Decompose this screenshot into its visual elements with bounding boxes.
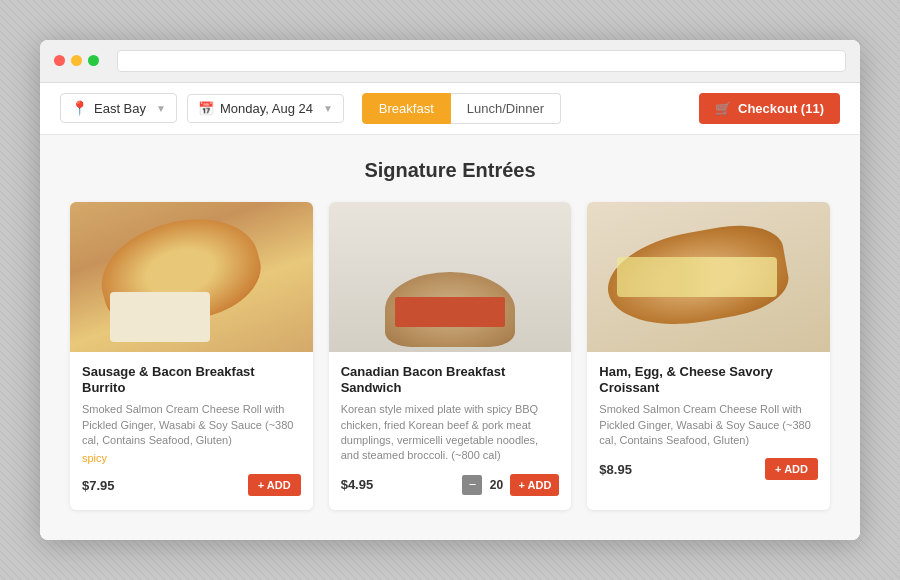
card-1: Sausage & Bacon Breakfast Burrito Smoked…: [70, 202, 313, 511]
section-title: Signature Entrées: [70, 159, 830, 182]
card-1-price: $7.95: [82, 478, 115, 493]
location-arrow-icon: ▼: [156, 103, 166, 114]
card-2-body: Canadian Bacon Breakfast Sandwich Korean…: [329, 352, 572, 510]
card-3-price: $8.95: [599, 462, 632, 477]
date-arrow-icon: ▼: [323, 103, 333, 114]
card-3-body: Ham, Egg, & Cheese Savory Croissant Smok…: [587, 352, 830, 495]
pin-icon: 📍: [71, 100, 88, 116]
card-1-footer: $7.95 + ADD: [82, 474, 301, 496]
address-bar[interactable]: [117, 50, 846, 72]
card-1-body: Sausage & Bacon Breakfast Burrito Smoked…: [70, 352, 313, 511]
card-2-title: Canadian Bacon Breakfast Sandwich: [341, 364, 560, 398]
card-2-footer: $4.95 − 20 + ADD: [341, 474, 560, 496]
date-dropdown[interactable]: 📅 Monday, Aug 24 ▼: [187, 94, 344, 123]
card-1-title: Sausage & Bacon Breakfast Burrito: [82, 364, 301, 398]
card-2-add-button[interactable]: + ADD: [510, 474, 559, 496]
card-3-image: [587, 202, 830, 352]
checkout-label: Checkout (11): [738, 101, 824, 116]
navbar: 📍 East Bay ▼ 📅 Monday, Aug 24 ▼ Breakfas…: [40, 83, 860, 135]
main-content: Signature Entrées Sausage & Bacon Breakf…: [40, 135, 860, 541]
card-1-add-button[interactable]: + ADD: [248, 474, 301, 496]
card-3-desc: Smoked Salmon Cream Cheese Roll with Pic…: [599, 402, 818, 448]
card-3-footer: $8.95 + ADD: [599, 458, 818, 480]
card-1-image: [70, 202, 313, 352]
card-2-desc: Korean style mixed plate with spicy BBQ …: [341, 402, 560, 464]
tab-lunch-dinner[interactable]: Lunch/Dinner: [451, 93, 561, 124]
meal-tabs: Breakfast Lunch/Dinner: [362, 93, 561, 124]
dot-red[interactable]: [54, 55, 65, 66]
card-2-image: [329, 202, 572, 352]
date-value: Monday, Aug 24: [220, 101, 313, 116]
titlebar: [40, 40, 860, 83]
tab-breakfast[interactable]: Breakfast: [362, 93, 451, 124]
card-2: Canadian Bacon Breakfast Sandwich Korean…: [329, 202, 572, 511]
location-value: East Bay: [94, 101, 146, 116]
card-2-qty-value: 20: [486, 478, 506, 492]
card-1-desc: Smoked Salmon Cream Cheese Roll with Pic…: [82, 402, 301, 448]
dot-green[interactable]: [88, 55, 99, 66]
cart-icon: 🛒: [715, 101, 731, 116]
card-3-title: Ham, Egg, & Cheese Savory Croissant: [599, 364, 818, 398]
card-2-price: $4.95: [341, 477, 374, 492]
card-3: Ham, Egg, & Cheese Savory Croissant Smok…: [587, 202, 830, 511]
browser-window: 📍 East Bay ▼ 📅 Monday, Aug 24 ▼ Breakfas…: [40, 40, 860, 541]
card-2-qty-control: − 20 + ADD: [462, 474, 559, 496]
calendar-icon: 📅: [198, 101, 214, 116]
checkout-button[interactable]: 🛒 Checkout (11): [699, 93, 840, 124]
card-2-decrement-button[interactable]: −: [462, 475, 482, 495]
card-3-add-button[interactable]: + ADD: [765, 458, 818, 480]
cards-grid: Sausage & Bacon Breakfast Burrito Smoked…: [70, 202, 830, 511]
card-1-spicy: spicy: [82, 452, 301, 464]
location-dropdown[interactable]: 📍 East Bay ▼: [60, 93, 177, 123]
dot-yellow[interactable]: [71, 55, 82, 66]
